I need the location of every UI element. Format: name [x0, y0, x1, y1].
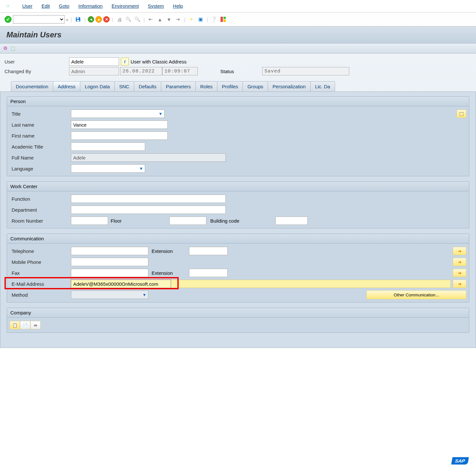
tab-logon-data[interactable]: Logon Data: [80, 81, 115, 91]
fax-detail-button[interactable]: ➜: [453, 269, 466, 277]
page-title: Maintain Users: [6, 30, 470, 39]
fullname-input: [71, 153, 226, 162]
department-input[interactable]: [71, 206, 226, 214]
new-session-icon[interactable]: ✧: [188, 15, 195, 23]
print-icon: 🖨: [115, 15, 123, 23]
building-input[interactable]: [275, 216, 308, 225]
enter-button[interactable]: ✓: [5, 16, 12, 23]
changedby-label: Changed By: [5, 69, 69, 74]
svg-rect-4: [223, 20, 226, 22]
command-field[interactable]: [13, 15, 64, 24]
telephone-label: Telephone: [10, 248, 71, 254]
info-icon[interactable]: i: [121, 58, 129, 65]
menu-edit[interactable]: Edit: [42, 3, 50, 9]
collapse-icon[interactable]: «: [66, 17, 68, 22]
svg-rect-1: [77, 20, 80, 22]
changed-time: [162, 67, 198, 75]
tab-address[interactable]: Address: [53, 81, 80, 91]
find-icon: 🔍: [124, 15, 132, 23]
classic-address-text: User with Classic Address: [131, 59, 186, 64]
tab-roles[interactable]: Roles: [195, 81, 217, 91]
cancel-button[interactable]: ✕: [103, 16, 110, 23]
function-input[interactable]: [71, 195, 226, 203]
function-label: Function: [10, 196, 71, 202]
language-label: Language: [10, 166, 71, 171]
last-page-icon: ⇥: [174, 15, 182, 23]
changed-date: [120, 67, 162, 75]
menu-system[interactable]: System: [148, 3, 164, 9]
telephone-input[interactable]: [71, 247, 148, 255]
assign-icon[interactable]: ⬚: [11, 45, 15, 51]
tab-defaults[interactable]: Defaults: [134, 81, 161, 91]
address-detail-button[interactable]: ⬚: [457, 110, 466, 118]
mobile-input[interactable]: [71, 258, 148, 266]
menu-user[interactable]: User: [22, 3, 33, 9]
group-person: Person Title ⬚ Last name First name: [7, 96, 469, 176]
group-company-header: Company: [7, 308, 469, 318]
mobile-detail-button[interactable]: ➜: [453, 258, 466, 266]
group-person-header: Person: [7, 97, 469, 106]
tab-parameters[interactable]: Parameters: [161, 81, 196, 91]
save-icon[interactable]: [74, 15, 82, 23]
company-copy-button[interactable]: 📋: [10, 321, 20, 329]
back-button[interactable]: ◄: [88, 16, 94, 23]
menu-environment[interactable]: Environment: [112, 3, 139, 9]
find-next-icon: 🔍: [134, 15, 141, 23]
email-overflow-area: [171, 280, 451, 288]
tel-ext-input[interactable]: [189, 247, 228, 255]
menu-information[interactable]: Information: [78, 3, 103, 9]
shortcut-icon[interactable]: ▣: [197, 15, 204, 23]
layout-icon[interactable]: [219, 15, 227, 23]
application-toolbar: ⚙ ⬚: [0, 43, 476, 53]
email-input[interactable]: [71, 280, 171, 288]
status-value: [262, 67, 349, 75]
building-label: Building code: [206, 218, 243, 224]
tab-personalization[interactable]: Personalization: [268, 81, 311, 91]
tab-documentation[interactable]: Documentation: [11, 81, 53, 91]
department-label: Department: [10, 207, 71, 213]
user-label: User: [5, 59, 69, 64]
floor-label: Floor: [108, 218, 124, 224]
other-communication-button[interactable]: Other Communication...: [366, 290, 466, 299]
group-workcenter-header: Work Center: [7, 182, 469, 191]
tab-snc[interactable]: SNC: [114, 81, 134, 91]
fax-label: Fax: [10, 270, 71, 276]
content-area: User i User with Classic Address Changed…: [0, 53, 476, 348]
method-select[interactable]: [71, 291, 148, 299]
title-bar: Maintain Users: [0, 26, 476, 43]
room-label: Room Number: [10, 218, 71, 224]
status-label: Status: [220, 69, 262, 74]
group-communication-header: Communication: [7, 234, 469, 244]
firstname-input[interactable]: [71, 131, 168, 140]
language-select[interactable]: [71, 164, 145, 173]
tab-strip: Documentation Address Logon Data SNC Def…: [5, 81, 471, 91]
menu-goto[interactable]: Goto: [59, 3, 70, 9]
fax-ext-input[interactable]: [189, 269, 228, 277]
exit-button[interactable]: ▲: [95, 16, 102, 23]
user-input[interactable]: [69, 57, 119, 66]
company-assign-button[interactable]: ∞: [30, 321, 41, 329]
tel-detail-button[interactable]: ➜: [453, 247, 466, 255]
title-select[interactable]: [71, 110, 164, 118]
group-company: Company 📋 📄 ∞: [7, 308, 469, 333]
acadtitle-label: Academic Title: [10, 144, 71, 149]
floor-input[interactable]: [169, 216, 206, 225]
app-icon: ☞: [6, 3, 10, 9]
lastname-input[interactable]: [71, 120, 168, 129]
fax-ext-label: Extension: [148, 270, 176, 276]
tab-groups[interactable]: Groups: [243, 81, 268, 91]
help-icon[interactable]: ❔: [210, 15, 218, 23]
svg-rect-3: [223, 17, 226, 19]
fax-input[interactable]: [71, 269, 148, 277]
tab-lic-data[interactable]: Lic. Da: [310, 81, 335, 91]
tech-info-icon[interactable]: ⚙: [3, 45, 7, 51]
acadtitle-input[interactable]: [71, 142, 145, 151]
tab-profiles[interactable]: Profiles: [217, 81, 243, 91]
email-label: E-Mail Address: [10, 281, 71, 287]
email-detail-button[interactable]: ➜: [453, 280, 466, 288]
menu-help[interactable]: Help: [173, 3, 183, 9]
tab-content-address: Person Title ⬚ Last name First name: [0, 91, 476, 348]
svg-rect-2: [221, 17, 223, 22]
room-input[interactable]: [71, 216, 108, 225]
company-new-button[interactable]: 📄: [20, 321, 30, 329]
